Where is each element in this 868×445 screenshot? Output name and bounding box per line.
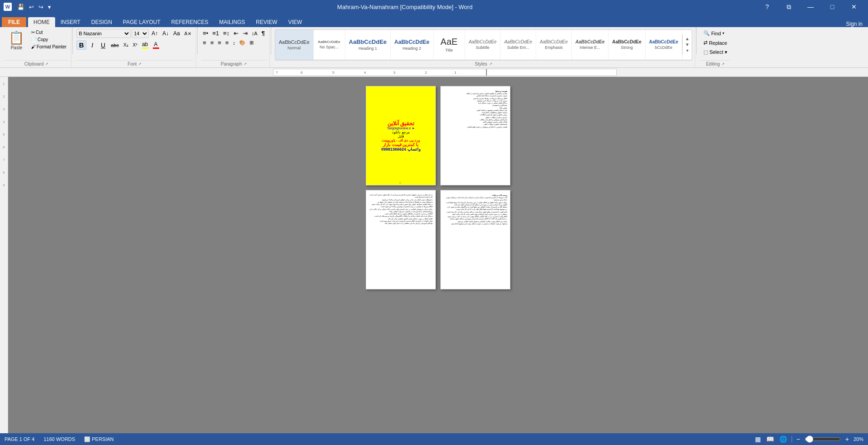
shading-button[interactable]: 🎨 bbox=[237, 38, 247, 47]
multilevel-button[interactable]: ≡↕ bbox=[222, 29, 231, 38]
style-subtle-em[interactable]: AaBbCcDdEe Subtle Em... bbox=[500, 29, 536, 60]
ad-sub: مرجع دانلود bbox=[392, 130, 409, 134]
print-layout-button[interactable]: ▦ bbox=[754, 435, 762, 444]
help-button[interactable]: ? bbox=[757, 0, 778, 14]
line-spacing-button[interactable]: ↕ bbox=[231, 38, 237, 47]
styles-expand-button[interactable]: ↗ bbox=[489, 62, 492, 66]
bold-button[interactable]: B bbox=[76, 40, 86, 50]
minimize-button[interactable]: — bbox=[800, 0, 821, 14]
document-area[interactable]: تحقیق آنلاین Tahghighonline.ir ➤ مرجع دا… bbox=[8, 77, 868, 433]
zoom-in-button[interactable]: + bbox=[844, 435, 850, 444]
styles-scroll-up[interactable]: ▲ bbox=[684, 36, 691, 42]
clear-format-button[interactable]: A✕ bbox=[183, 30, 193, 37]
replace-button[interactable]: ⇄ Replace bbox=[700, 38, 730, 47]
style-title[interactable]: AaE Title bbox=[434, 29, 465, 60]
restore-button[interactable]: ⧉ bbox=[778, 0, 799, 14]
decrease-indent-button[interactable]: ⇤ bbox=[232, 29, 241, 38]
style-heading1[interactable]: AaBbCcDdEe Heading 1 bbox=[345, 29, 391, 60]
style-title-label: Title bbox=[445, 48, 453, 52]
ruler-container: 7 6 5 4 3 2 1 bbox=[22, 69, 868, 76]
highlight-button-wrapper[interactable]: ab bbox=[140, 40, 150, 50]
style-strong-label: Strong bbox=[621, 45, 633, 50]
font-color-button-wrapper[interactable]: A bbox=[151, 40, 161, 50]
ad-arrow-icon: ➤ bbox=[412, 127, 415, 130]
editing-expand-button[interactable]: ↗ bbox=[722, 62, 725, 66]
clipboard-expand-button[interactable]: ↗ bbox=[45, 62, 48, 66]
numbering-button[interactable]: ≡1 bbox=[211, 29, 221, 38]
find-button[interactable]: 🔍 Find ▾ bbox=[700, 29, 727, 38]
style-normal[interactable]: AaBbCcDdEe Normal bbox=[275, 29, 314, 60]
tab-pagelayout[interactable]: PAGE LAYOUT bbox=[118, 17, 166, 27]
ruler-num-6: 6 bbox=[3, 145, 5, 157]
select-label: Select ▾ bbox=[709, 49, 727, 55]
customize-quick-access-button[interactable]: ▾ bbox=[46, 3, 53, 11]
p4-line9: در نتیجه‌گیری باید گفت که احکام محرم و ن… bbox=[443, 218, 507, 220]
redo-button[interactable]: ↪ bbox=[37, 3, 45, 11]
tab-insert[interactable]: INSERT bbox=[55, 17, 86, 27]
font-expand-button[interactable]: ↗ bbox=[138, 62, 142, 66]
cut-label: Cut bbox=[36, 30, 43, 35]
change-case-button[interactable]: Aa bbox=[171, 29, 182, 38]
ruler-num-7: 7 bbox=[3, 157, 5, 170]
find-dropdown-icon: ▾ bbox=[722, 31, 724, 35]
tab-review[interactable]: REVIEW bbox=[250, 17, 283, 27]
tab-view[interactable]: VIEW bbox=[283, 17, 307, 27]
zoom-slider[interactable] bbox=[805, 436, 841, 443]
copy-button[interactable]: 📄 Copy bbox=[29, 36, 68, 43]
bullets-button[interactable]: ≡• bbox=[201, 29, 210, 38]
signin-button[interactable]: Sign in bbox=[840, 21, 868, 27]
border-button[interactable]: ⊞ bbox=[248, 38, 255, 47]
italic-button[interactable]: I bbox=[87, 41, 97, 50]
style-strong[interactable]: AaBbCcDdEe Strong bbox=[609, 29, 645, 60]
align-left-button[interactable]: ≡ bbox=[201, 38, 208, 47]
styles-scroll-down[interactable]: ▼ bbox=[684, 42, 691, 47]
paragraph-expand-button[interactable]: ↗ bbox=[244, 62, 247, 66]
tab-design[interactable]: DESIGN bbox=[86, 17, 118, 27]
style-subtle-em-preview: AaBbCcDdEe bbox=[504, 39, 532, 44]
style-h1-preview: AaBbCcDdEe bbox=[349, 38, 387, 45]
undo-button[interactable]: ↩ bbox=[27, 3, 36, 11]
strikethrough-button[interactable]: abc bbox=[109, 42, 121, 49]
style-emphasis[interactable]: AaBbCcDdEe Emphasis bbox=[536, 29, 572, 60]
language-icon: ⬜ bbox=[84, 436, 90, 442]
maximize-button[interactable]: □ bbox=[822, 0, 843, 14]
tab-file[interactable]: FILE bbox=[2, 17, 26, 27]
shrink-font-button[interactable]: A↓ bbox=[160, 29, 170, 38]
ruler-mark-3: 3 bbox=[393, 71, 395, 75]
cut-button[interactable]: ✂ Cut bbox=[29, 29, 68, 36]
superscript-button[interactable]: X² bbox=[131, 42, 139, 48]
style-intense[interactable]: AaBbCcDdEe Intense E... bbox=[572, 29, 609, 60]
paste-icon: 📋 bbox=[9, 30, 24, 45]
p4-line6: حکم خلوت با نامحرم از منظر فقهی حرام است… bbox=[443, 211, 507, 213]
web-layout-button[interactable]: 🌐 bbox=[778, 435, 788, 444]
grow-font-button[interactable]: A↑ bbox=[150, 29, 160, 38]
tab-references[interactable]: REFERENCES bbox=[166, 17, 214, 27]
show-formatting-button[interactable]: ¶ bbox=[259, 29, 266, 38]
subscript-button[interactable]: X₂ bbox=[122, 42, 130, 48]
justify-button[interactable]: ≡ bbox=[223, 38, 231, 47]
save-button[interactable]: 💾 bbox=[15, 3, 26, 11]
close-button[interactable]: ✕ bbox=[844, 0, 864, 14]
style-subtitle-preview: AaBbCcDdEe bbox=[469, 39, 497, 44]
select-button[interactable]: ⬚ Select ▾ bbox=[700, 48, 731, 57]
tab-home[interactable]: HOME bbox=[28, 17, 55, 27]
align-center-button[interactable]: ≡ bbox=[208, 38, 216, 47]
read-mode-button[interactable]: 📖 bbox=[765, 435, 775, 444]
ruler-area: 7 6 5 4 3 2 1 bbox=[0, 68, 868, 77]
increase-indent-button[interactable]: ⇥ bbox=[241, 29, 250, 38]
underline-button[interactable]: U bbox=[98, 41, 108, 50]
format-painter-button[interactable]: 🖌 Format Painter bbox=[29, 43, 68, 50]
style-nospacing[interactable]: AaBbCcDdEe No Spac... bbox=[314, 29, 345, 60]
font-name-select[interactable]: B Nazanin bbox=[76, 29, 131, 38]
align-right-button[interactable]: ≡ bbox=[216, 38, 223, 47]
styles-more[interactable]: ▾ bbox=[684, 47, 691, 53]
style-bccdde[interactable]: AaBbCcDdEe bCcDdEe bbox=[646, 29, 682, 60]
left-ruler: 1 2 3 4 5 6 7 8 9 bbox=[0, 77, 8, 433]
zoom-out-button[interactable]: − bbox=[796, 435, 801, 444]
tab-mailings[interactable]: MAILINGS bbox=[214, 17, 250, 27]
sort-button[interactable]: ↕A bbox=[250, 29, 259, 38]
style-subtitle[interactable]: AaBbCcDdEe Subtitle bbox=[465, 29, 501, 60]
font-size-select[interactable]: 14 bbox=[132, 29, 149, 38]
style-heading2[interactable]: AaBbCcDdEe Heading 2 bbox=[391, 29, 433, 60]
paste-button[interactable]: 📋 Paste bbox=[5, 29, 28, 52]
